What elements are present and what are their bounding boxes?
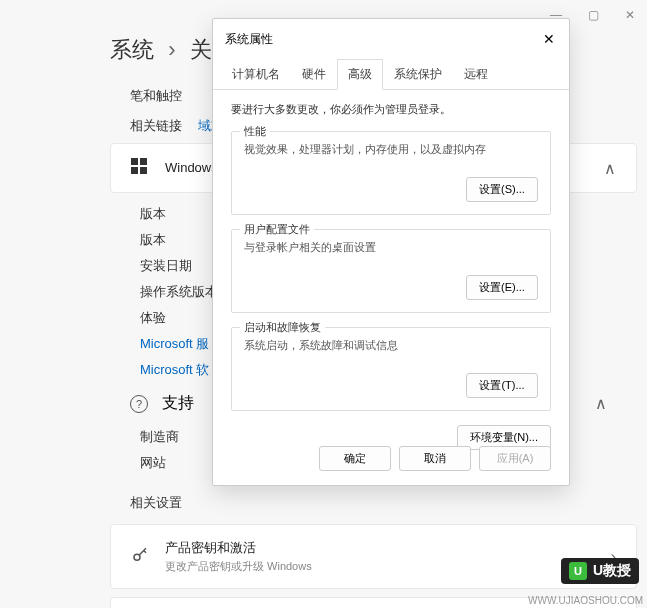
related-links-label: 相关链接 [130, 117, 182, 135]
user-profile-settings-button[interactable]: 设置(E)... [466, 275, 538, 300]
svg-rect-0 [131, 158, 138, 165]
key-icon [131, 546, 151, 568]
brand-name: U教授 [593, 562, 631, 580]
dialog-close-button[interactable]: ✕ [533, 27, 565, 51]
dialog-titlebar[interactable]: 系统属性 ✕ [213, 19, 569, 59]
performance-fieldset: 性能 视觉效果，处理器计划，内存使用，以及虚拟内存 设置(S)... [231, 131, 551, 215]
chevron-up-icon: ∧ [604, 159, 616, 178]
cancel-button[interactable]: 取消 [399, 446, 471, 471]
svg-rect-2 [131, 167, 138, 174]
user-profile-fieldset: 用户配置文件 与登录帐户相关的桌面设置 设置(E)... [231, 229, 551, 313]
windows-icon [131, 158, 151, 178]
brand-logo-icon: U [569, 562, 587, 580]
startup-recovery-fieldset: 启动和故障恢复 系统启动，系统故障和调试信息 设置(T)... [231, 327, 551, 411]
ok-button[interactable]: 确定 [319, 446, 391, 471]
tab-hardware[interactable]: 硬件 [291, 59, 337, 90]
apply-button: 应用(A) [479, 446, 551, 471]
support-label: 支持 [162, 393, 194, 414]
tab-remote[interactable]: 远程 [453, 59, 499, 90]
breadcrumb-about: 关 [190, 37, 212, 62]
product-key-sub: 更改产品密钥或升级 Windows [165, 559, 312, 574]
tab-computer-name[interactable]: 计算机名 [221, 59, 291, 90]
breadcrumb-system[interactable]: 系统 [110, 37, 154, 62]
chevron-up-icon: ∧ [595, 394, 607, 413]
performance-settings-button[interactable]: 设置(S)... [466, 177, 538, 202]
startup-recovery-settings-button[interactable]: 设置(T)... [466, 373, 538, 398]
dialog-title: 系统属性 [225, 31, 273, 48]
brand-url: WWW.UJIAOSHOU.COM [528, 595, 643, 606]
tab-advanced[interactable]: 高级 [337, 59, 383, 90]
product-key-title: 产品密钥和激活 [165, 539, 312, 557]
help-icon: ? [130, 395, 148, 413]
svg-rect-1 [140, 158, 147, 165]
user-profile-desc: 与登录帐户相关的桌面设置 [244, 240, 538, 255]
breadcrumb-separator: › [168, 37, 175, 62]
product-key-card[interactable]: 产品密钥和激活 更改产品密钥或升级 Windows › [110, 524, 637, 589]
admin-note: 要进行大多数更改，你必须作为管理员登录。 [231, 102, 551, 117]
tab-system-protection[interactable]: 系统保护 [383, 59, 453, 90]
startup-recovery-desc: 系统启动，系统故障和调试信息 [244, 338, 538, 353]
svg-rect-3 [140, 167, 147, 174]
dialog-tabs: 计算机名 硬件 高级 系统保护 远程 [213, 59, 569, 90]
startup-recovery-legend: 启动和故障恢复 [240, 320, 325, 335]
performance-desc: 视觉效果，处理器计划，内存使用，以及虚拟内存 [244, 142, 538, 157]
performance-legend: 性能 [240, 124, 270, 139]
svg-point-4 [134, 554, 140, 560]
user-profile-legend: 用户配置文件 [240, 222, 314, 237]
system-properties-dialog: 系统属性 ✕ 计算机名 硬件 高级 系统保护 远程 要进行大多数更改，你必须作为… [212, 18, 570, 486]
brand-logo: U U教授 [561, 558, 639, 584]
